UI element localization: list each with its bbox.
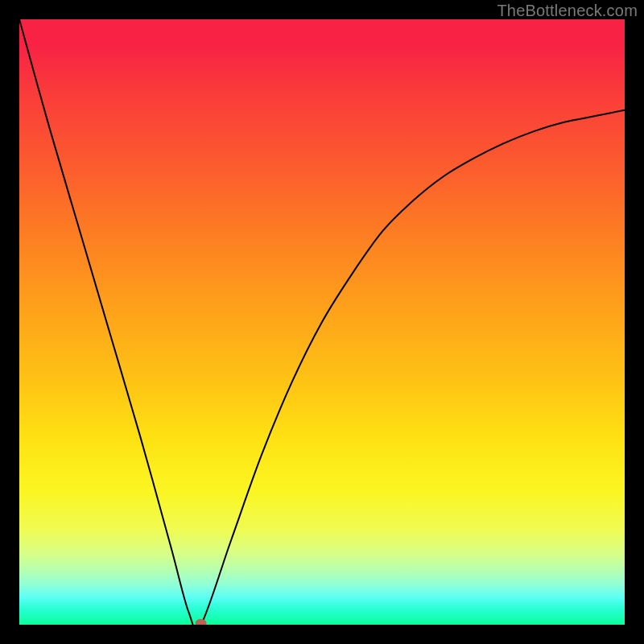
chart-frame: TheBottleneck.com [0, 0, 644, 644]
optimal-marker [196, 619, 207, 625]
bottleneck-curve [19, 19, 625, 625]
watermark: TheBottleneck.com [497, 2, 638, 20]
curve-path [19, 19, 625, 625]
plot-area [19, 19, 625, 625]
